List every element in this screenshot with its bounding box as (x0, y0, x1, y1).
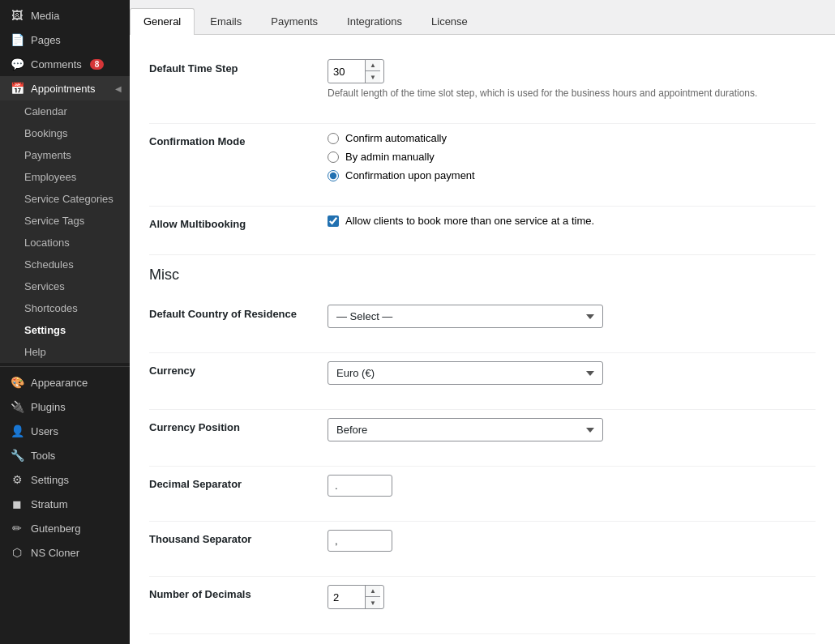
multibooking-control: Allow clients to book more than one serv… (328, 215, 816, 227)
divider-8 (149, 633, 816, 634)
time-step-input[interactable] (328, 62, 365, 82)
time-step-up[interactable]: ▲ (366, 60, 380, 71)
tab-payments[interactable]: Payments (257, 8, 332, 34)
appointments-submenu: Calendar Bookings Payments Employees Ser… (0, 100, 130, 363)
multibooking-description: Allow clients to book more than one serv… (345, 215, 594, 227)
sidebar-item-label: Media (31, 10, 59, 22)
appearance-icon: 🎨 (10, 376, 24, 389)
default-country-control: — Select — (328, 305, 816, 328)
number-decimals-input[interactable] (328, 587, 365, 608)
sidebar-item-plugins[interactable]: 🔌 Plugins (0, 395, 130, 419)
currency-position-label: Currency Position (149, 418, 328, 433)
tab-general[interactable]: General (130, 8, 195, 35)
sidebar-item-ns-cloner[interactable]: ⬡ NS Cloner (0, 540, 130, 565)
multibooking-checkbox[interactable] (328, 215, 339, 227)
sidebar-item-bookings[interactable]: Bookings (0, 122, 130, 144)
sidebar-item-shortcodes[interactable]: Shortcodes (0, 297, 130, 319)
sidebar-item-label: Appointments (31, 83, 96, 95)
settings-icon: ⚙ (10, 473, 24, 486)
radio-auto-input[interactable] (328, 133, 339, 144)
confirmation-mode-row: Confirmation Mode Confirm automatically … (149, 124, 816, 190)
confirmation-radio-group: Confirm automatically By admin manually … (328, 132, 816, 181)
radio-auto-label: Confirm automatically (345, 132, 447, 144)
time-step-hint: Default length of the time slot step, wh… (328, 87, 816, 99)
users-icon: 👤 (10, 424, 24, 437)
sidebar-item-service-tags[interactable]: Service Tags (0, 210, 130, 232)
currency-position-control: Before After (328, 418, 816, 441)
default-country-select[interactable]: — Select — (328, 305, 603, 328)
sidebar-item-calendar[interactable]: Calendar (0, 100, 130, 122)
time-step-row: Default Time Step ▲ ▼ Default length of … (149, 51, 816, 107)
multibooking-label: Allow Multibooking (149, 215, 328, 230)
sidebar-item-stratum[interactable]: ◼ Stratum (0, 492, 130, 516)
thousand-separator-input[interactable] (328, 530, 392, 552)
time-step-label: Default Time Step (149, 59, 328, 75)
time-step-input-wrapper: ▲ ▼ (328, 59, 384, 83)
comments-badge: 8 (90, 59, 105, 70)
sidebar-item-schedules[interactable]: Schedules (0, 254, 130, 275)
radio-confirm-auto[interactable]: Confirm automatically (328, 132, 816, 144)
chevron-icon: ◀ (115, 84, 122, 93)
radio-admin-label: By admin manually (345, 151, 435, 163)
number-decimals-up[interactable]: ▲ (366, 586, 380, 597)
sidebar-item-payments[interactable]: Payments (0, 144, 130, 166)
tools-icon: 🔧 (10, 449, 24, 462)
sidebar-item-pages[interactable]: 📄 Pages (0, 28, 130, 52)
default-country-row: Default Country of Residence — Select — (149, 296, 816, 336)
multibooking-checkbox-label[interactable]: Allow clients to book more than one serv… (328, 215, 816, 227)
pages-icon: 📄 (10, 33, 24, 46)
thousand-separator-control (328, 530, 816, 552)
sidebar-item-label: NS Cloner (31, 547, 79, 559)
thousand-separator-label: Thousand Separator (149, 530, 328, 545)
tabs-bar: General Emails Payments Integrations Lic… (130, 0, 835, 35)
tab-license[interactable]: License (418, 8, 482, 34)
currency-row: Currency Euro (€) US Dollar ($) British … (149, 353, 816, 393)
time-step-down[interactable]: ▼ (366, 71, 380, 83)
currency-select[interactable]: Euro (€) US Dollar ($) British Pound (£) (328, 361, 603, 385)
radio-confirm-payment[interactable]: Confirmation upon payment (328, 169, 816, 181)
sidebar-item-label: Pages (31, 34, 61, 46)
time-step-control: ▲ ▼ Default length of the time slot step… (328, 59, 816, 99)
tab-integrations[interactable]: Integrations (333, 8, 416, 34)
sidebar-item-tools[interactable]: 🔧 Tools (0, 443, 130, 467)
ns-cloner-icon: ⬡ (10, 546, 24, 559)
sidebar-item-gutenberg[interactable]: ✏ Gutenberg (0, 516, 130, 540)
sidebar-item-label: Users (31, 425, 58, 437)
radio-confirm-admin[interactable]: By admin manually (328, 151, 816, 163)
radio-admin-input[interactable] (328, 151, 339, 163)
tab-emails[interactable]: Emails (196, 8, 255, 34)
misc-heading: Misc (149, 254, 816, 284)
radio-payment-label: Confirmation upon payment (345, 169, 475, 181)
number-decimals-input-wrapper: ▲ ▼ (328, 585, 384, 609)
currency-control: Euro (€) US Dollar ($) British Pound (£) (328, 361, 816, 385)
sidebar-item-services[interactable]: Services (0, 275, 130, 297)
confirmation-mode-control: Confirm automatically By admin manually … (328, 132, 816, 181)
decimal-separator-row: Decimal Separator (149, 467, 816, 505)
sidebar-item-label: Settings (31, 474, 69, 486)
sidebar-item-appearance[interactable]: 🎨 Appearance (0, 370, 130, 395)
decimal-separator-input[interactable] (328, 475, 392, 497)
default-country-label: Default Country of Residence (149, 305, 328, 320)
main-content: General Emails Payments Integrations Lic… (130, 0, 835, 644)
sidebar-item-label: Tools (31, 450, 55, 462)
sidebar-item-label: Stratum (31, 498, 68, 510)
number-decimals-down[interactable]: ▼ (366, 597, 380, 608)
currency-position-select[interactable]: Before After (328, 418, 603, 441)
thousand-separator-row: Thousand Separator (149, 522, 816, 560)
media-icon: 🖼 (10, 9, 24, 22)
sidebar-main-items: 🖼 Media 📄 Pages 💬 Comments 8 📅 Appointme… (0, 0, 130, 568)
sidebar-item-label: Appearance (31, 377, 88, 389)
sidebar-item-appointments[interactable]: 📅 Appointments ◀ (0, 76, 130, 100)
sidebar-item-users[interactable]: 👤 Users (0, 419, 130, 443)
sidebar-item-help[interactable]: Help (0, 341, 130, 363)
decimal-separator-control (328, 475, 816, 497)
sidebar-item-comments[interactable]: 💬 Comments 8 (0, 52, 130, 76)
sidebar-item-settings[interactable]: ⚙ Settings (0, 467, 130, 492)
appointments-icon: 📅 (10, 82, 24, 95)
sidebar-item-employees[interactable]: Employees (0, 166, 130, 188)
sidebar-item-settings-sub[interactable]: Settings (0, 319, 130, 341)
sidebar-item-service-categories[interactable]: Service Categories (0, 188, 130, 210)
sidebar-item-media[interactable]: 🖼 Media (0, 3, 130, 28)
radio-payment-input[interactable] (328, 170, 339, 181)
sidebar-item-locations[interactable]: Locations (0, 232, 130, 254)
